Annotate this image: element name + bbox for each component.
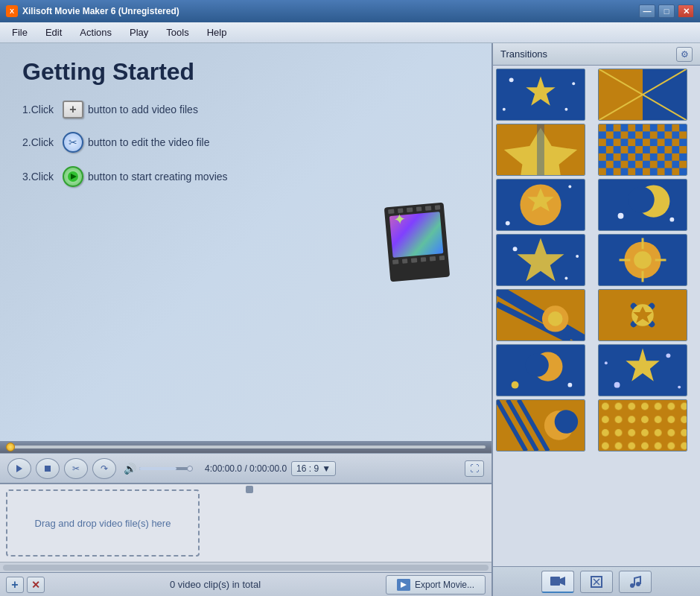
- forward-button[interactable]: ↷: [92, 458, 116, 479]
- svg-point-33: [669, 218, 674, 222]
- svg-point-59: [567, 383, 572, 387]
- svg-point-37: [564, 277, 567, 280]
- remove-clip-button[interactable]: ✕: [27, 577, 45, 593]
- svg-rect-75: [599, 400, 687, 451]
- film-decoration: ✦: [384, 203, 450, 282]
- menu-actions[interactable]: Actions: [71, 24, 121, 41]
- menu-tools[interactable]: Tools: [157, 24, 197, 41]
- crop-tab[interactable]: [580, 571, 613, 593]
- menu-file[interactable]: File: [3, 24, 36, 41]
- cut-button[interactable]: ✂: [64, 458, 88, 479]
- svg-point-38: [576, 255, 579, 258]
- drop-zone-text: Drag and drop video file(s) here: [35, 518, 171, 529]
- title-bar: X Xilisoft Movie Maker 6 (Unregistered) …: [0, 0, 700, 22]
- time-display: 4:00:00.0 / 0:00:00.0: [205, 463, 287, 474]
- transition-thumb[interactable]: [598, 399, 687, 451]
- svg-point-62: [614, 382, 620, 388]
- maximize-button[interactable]: □: [658, 4, 675, 18]
- drop-zone[interactable]: Drag and drop video file(s) here: [6, 489, 200, 557]
- menu-help[interactable]: Help: [198, 24, 236, 41]
- aspect-ratio-selector[interactable]: 16 : 9 ▼: [291, 461, 336, 476]
- svg-rect-12: [599, 69, 643, 120]
- export-icon: [397, 579, 410, 591]
- video-tab[interactable]: [541, 571, 574, 593]
- svg-point-31: [628, 186, 654, 212]
- svg-point-56: [525, 353, 548, 376]
- right-panel: Transitions ⚙: [491, 43, 700, 596]
- play-button[interactable]: [7, 458, 31, 479]
- svg-point-10: [572, 82, 575, 85]
- scrollbar-track[interactable]: [3, 565, 489, 571]
- fullscreen-button[interactable]: ⛶: [465, 460, 484, 477]
- minimize-button[interactable]: —: [639, 4, 655, 18]
- left-panel: Getting Started 1.Click + button to add …: [0, 43, 491, 596]
- create-button-icon: [63, 166, 83, 187]
- getting-started-title: Getting Started: [22, 58, 469, 86]
- dropdown-arrow-icon: ▼: [322, 463, 331, 474]
- svg-point-27: [506, 221, 510, 226]
- transition-thumb[interactable]: [598, 124, 687, 176]
- right-panel-tabs: [493, 566, 700, 596]
- sparkle-icon: ✦: [392, 209, 407, 228]
- svg-point-8: [509, 77, 514, 82]
- transition-thumb[interactable]: [496, 179, 585, 231]
- export-movie-button[interactable]: Export Movie...: [386, 575, 486, 595]
- transition-thumb[interactable]: [598, 69, 687, 121]
- instruction-3: 3.Click button to start creating movies: [22, 166, 469, 187]
- add-button-icon: +: [63, 101, 83, 118]
- timeline-scrollbar[interactable]: [0, 562, 491, 572]
- svg-point-36: [513, 247, 518, 251]
- scrubber-track[interactable]: [6, 446, 486, 448]
- svg-rect-13: [643, 69, 687, 120]
- volume-control[interactable]: 🔊: [124, 463, 191, 475]
- transition-thumb[interactable]: [598, 234, 687, 286]
- svg-point-50: [548, 311, 563, 326]
- svg-point-71: [555, 410, 578, 433]
- transition-thumb[interactable]: [496, 234, 585, 286]
- transition-thumb[interactable]: [496, 399, 585, 451]
- export-label: Export Movie...: [415, 580, 474, 590]
- svg-marker-2: [16, 465, 22, 472]
- transitions-settings-button[interactable]: ⚙: [676, 47, 693, 62]
- svg-point-41: [634, 251, 652, 269]
- menu-play[interactable]: Play: [121, 24, 157, 41]
- status-bar: + ✕ 0 video clip(s) in total Export Movi…: [0, 572, 491, 596]
- controls-bar: ✂ ↷ 🔊 4:00:00.0 / 0:00:00.0 16 : 9 ▼ ⛶: [0, 453, 491, 483]
- svg-point-64: [605, 361, 608, 364]
- svg-rect-3: [45, 466, 51, 472]
- transition-thumb[interactable]: [496, 289, 585, 341]
- instruction-1: 1.Click + button to add video files: [22, 101, 469, 118]
- stop-button[interactable]: [36, 458, 60, 479]
- svg-point-32: [618, 213, 624, 219]
- add-clip-button[interactable]: +: [6, 577, 24, 593]
- menu-edit[interactable]: Edit: [36, 24, 71, 41]
- scrubber-thumb[interactable]: [6, 443, 15, 451]
- transition-thumb[interactable]: [496, 69, 585, 121]
- scrollbar-handle[interactable]: [246, 486, 253, 493]
- transition-thumb[interactable]: [598, 179, 687, 231]
- music-tab[interactable]: [619, 571, 652, 593]
- svg-point-65: [678, 386, 681, 389]
- svg-point-11: [503, 108, 506, 111]
- step2-suffix: button to edit the video file: [88, 136, 209, 148]
- window-title: Xilisoft Movie Maker 6 (Unregistered): [22, 6, 639, 16]
- svg-rect-23: [599, 124, 687, 175]
- timeline-area: Drag and drop video file(s) here: [0, 483, 491, 572]
- transition-thumb[interactable]: [598, 344, 687, 396]
- preview-area: Getting Started 1.Click + button to add …: [0, 43, 491, 441]
- timeline-scroll[interactable]: Drag and drop video file(s) here: [0, 484, 491, 562]
- window-controls: — □ ✕: [639, 4, 694, 18]
- step3-suffix: button to start creating movies: [88, 171, 228, 183]
- transition-thumb[interactable]: [496, 124, 585, 176]
- transitions-header: Transitions ⚙: [493, 43, 700, 66]
- edit-button-icon: ✂: [63, 132, 83, 153]
- scrubber-bar[interactable]: [0, 441, 491, 453]
- transition-thumb[interactable]: [496, 344, 585, 396]
- transition-thumb[interactable]: [598, 289, 687, 341]
- instruction-2: 2.Click ✂ button to edit the video file: [22, 132, 469, 153]
- close-button[interactable]: ✕: [678, 4, 694, 18]
- clip-count: 0 video clip(s) in total: [45, 579, 386, 590]
- svg-point-9: [564, 108, 567, 111]
- svg-marker-77: [560, 577, 565, 586]
- volume-track[interactable]: [139, 467, 191, 470]
